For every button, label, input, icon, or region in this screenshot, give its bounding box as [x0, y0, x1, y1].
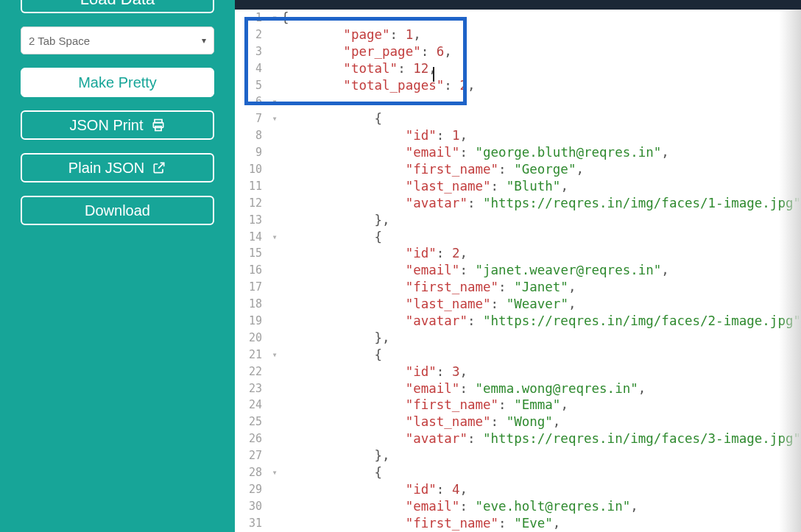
fold-spacer	[268, 262, 281, 279]
line-number: 6	[235, 93, 262, 110]
code-line[interactable]: "total_pages": 2,	[281, 77, 801, 94]
line-number: 28	[235, 464, 262, 481]
line-number: 29	[235, 481, 262, 498]
plain-json-button[interactable]: Plain JSON	[21, 153, 214, 182]
code-line[interactable]: "id": 4,	[281, 481, 801, 498]
code-line[interactable]: "id": 1,	[281, 127, 801, 144]
fold-toggle-icon[interactable]: ▾	[268, 110, 281, 127]
code-line[interactable]: "email": "janet.weaver@reqres.in",	[281, 262, 801, 279]
line-number: 31	[235, 515, 262, 532]
line-number: 19	[235, 313, 262, 330]
line-number-gutter: 1234567891011121314151617181920212223242…	[235, 10, 268, 532]
code-line[interactable]: "first_name": "Eve",	[281, 515, 801, 532]
line-number: 15	[235, 245, 262, 262]
code-line[interactable]: },	[281, 447, 801, 464]
line-number: 13	[235, 212, 262, 229]
fold-column: ▾▾▾▾▾▾	[268, 10, 281, 532]
code-line[interactable]	[281, 93, 801, 110]
fold-spacer	[268, 313, 281, 330]
json-print-button[interactable]: JSON Print	[21, 110, 214, 140]
line-number: 27	[235, 447, 262, 464]
fold-spacer	[268, 212, 281, 229]
code-line[interactable]: "avatar": "https://reqres.in/img/faces/1…	[281, 195, 801, 212]
code-line[interactable]: "per_page": 6,	[281, 43, 801, 60]
fold-spacer	[268, 414, 281, 430]
code-line[interactable]: "total": 12,	[281, 60, 801, 77]
line-number: 30	[235, 498, 262, 515]
code-line[interactable]: "page": 1,	[281, 26, 801, 43]
line-number: 9	[235, 144, 262, 161]
line-number: 22	[235, 363, 262, 380]
download-label: Download	[85, 202, 150, 219]
line-number: 12	[235, 195, 262, 212]
code-line[interactable]: },	[281, 330, 801, 347]
chevron-down-icon: ▾	[202, 35, 206, 46]
fold-spacer	[268, 161, 281, 178]
line-number: 17	[235, 279, 262, 296]
fold-toggle-icon[interactable]: ▾	[268, 10, 281, 26]
line-number: 10	[235, 161, 262, 178]
fold-toggle-icon[interactable]: ▾	[268, 93, 281, 110]
line-number: 14	[235, 229, 262, 246]
line-number: 11	[235, 178, 262, 195]
line-number: 3	[235, 43, 262, 60]
code-line[interactable]: {	[281, 229, 801, 246]
code-line[interactable]: {	[281, 347, 801, 363]
fold-spacer	[268, 26, 281, 43]
line-number: 20	[235, 330, 262, 347]
code-line[interactable]: "last_name": "Bluth",	[281, 178, 801, 195]
code-line[interactable]: "email": "emma.wong@reqres.in",	[281, 380, 801, 397]
line-number: 24	[235, 397, 262, 414]
fold-spacer	[268, 144, 281, 161]
code-line[interactable]: "first_name": "George",	[281, 161, 801, 178]
text-cursor	[433, 67, 434, 82]
code-line[interactable]: "email": "george.bluth@reqres.in",	[281, 144, 801, 161]
line-number: 5	[235, 77, 262, 94]
load-data-label: Load Data	[80, 0, 155, 9]
fold-spacer	[268, 363, 281, 380]
code-line[interactable]: "last_name": "Wong",	[281, 414, 801, 430]
fold-toggle-icon[interactable]: ▾	[268, 464, 281, 481]
line-number: 1	[235, 10, 262, 26]
line-number: 23	[235, 380, 262, 397]
fold-spacer	[268, 178, 281, 195]
load-data-button[interactable]: Load Data	[21, 0, 214, 13]
code-line[interactable]: "first_name": "Janet",	[281, 279, 801, 296]
plain-json-label: Plain JSON	[68, 160, 144, 177]
make-pretty-label: Make Pretty	[78, 74, 157, 91]
external-link-icon	[152, 160, 166, 175]
line-number: 7	[235, 110, 262, 127]
code-line[interactable]: {	[281, 10, 801, 26]
fold-spacer	[268, 481, 281, 498]
fold-spacer	[268, 60, 281, 77]
make-pretty-button[interactable]: Make Pretty	[21, 68, 214, 97]
code-content[interactable]: { "page": 1, "per_page": 6, "total": 12,…	[281, 10, 801, 532]
tab-space-select[interactable]: 2 Tab Space ▾	[21, 26, 214, 54]
line-number: 2	[235, 26, 262, 43]
line-number: 8	[235, 127, 262, 144]
fold-spacer	[268, 330, 281, 347]
code-line[interactable]: {	[281, 464, 801, 481]
sidebar: Load Data 2 Tab Space ▾ Make Pretty JSON…	[0, 0, 235, 532]
download-button[interactable]: Download	[21, 196, 214, 225]
code-line[interactable]: "id": 3,	[281, 363, 801, 380]
code-line[interactable]: "last_name": "Weaver",	[281, 296, 801, 313]
code-editor[interactable]: 1234567891011121314151617181920212223242…	[235, 10, 801, 532]
line-number: 26	[235, 430, 262, 447]
fold-spacer	[268, 498, 281, 515]
json-print-label: JSON Print	[70, 117, 144, 134]
code-line[interactable]: },	[281, 212, 801, 229]
fold-spacer	[268, 296, 281, 313]
code-line[interactable]: "email": "eve.holt@reqres.in",	[281, 498, 801, 515]
fold-toggle-icon[interactable]: ▾	[268, 229, 281, 246]
fold-spacer	[268, 77, 281, 94]
code-line[interactable]: "first_name": "Emma",	[281, 397, 801, 414]
line-number: 4	[235, 60, 262, 77]
fold-toggle-icon[interactable]: ▾	[268, 347, 281, 363]
code-line[interactable]: "id": 2,	[281, 245, 801, 262]
fold-spacer	[268, 127, 281, 144]
editor-toolbar	[235, 0, 801, 10]
code-line[interactable]: {	[281, 110, 801, 127]
code-line[interactable]: "avatar": "https://reqres.in/img/faces/3…	[281, 430, 801, 447]
code-line[interactable]: "avatar": "https://reqres.in/img/faces/2…	[281, 313, 801, 330]
